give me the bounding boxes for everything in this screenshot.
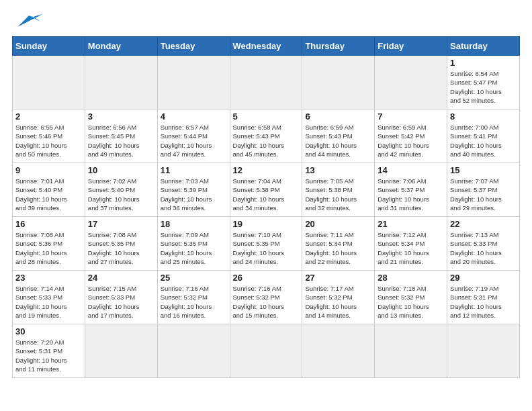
calendar-day: 12Sunrise: 7:04 AM Sunset: 5:38 PM Dayli…	[230, 163, 302, 217]
day-info: Sunrise: 7:16 AM Sunset: 5:32 PM Dayligh…	[161, 284, 227, 320]
calendar-day: 5Sunrise: 6:58 AM Sunset: 5:43 PM Daylig…	[230, 109, 302, 163]
day-number: 13	[305, 165, 371, 175]
calendar-row: 30Sunrise: 7:20 AM Sunset: 5:31 PM Dayli…	[13, 324, 520, 378]
logo-bird-icon	[12, 11, 46, 30]
calendar-day: 27Sunrise: 7:17 AM Sunset: 5:32 PM Dayli…	[302, 271, 375, 324]
day-info: Sunrise: 7:20 AM Sunset: 5:31 PM Dayligh…	[15, 338, 82, 373]
day-info: Sunrise: 6:56 AM Sunset: 5:45 PM Dayligh…	[88, 123, 154, 158]
day-number: 28	[378, 273, 444, 283]
calendar-day	[302, 56, 375, 109]
day-info: Sunrise: 7:08 AM Sunset: 5:35 PM Dayligh…	[88, 230, 154, 266]
calendar-day	[85, 56, 157, 109]
calendar-day: 14Sunrise: 7:06 AM Sunset: 5:37 PM Dayli…	[375, 163, 447, 217]
weekday-monday: Monday	[85, 37, 157, 56]
day-number: 2	[15, 111, 82, 122]
day-info: Sunrise: 7:01 AM Sunset: 5:40 PM Dayligh…	[15, 177, 82, 212]
calendar-day	[447, 324, 520, 378]
day-info: Sunrise: 6:54 AM Sunset: 5:47 PM Dayligh…	[450, 69, 517, 105]
day-info: Sunrise: 7:00 AM Sunset: 5:41 PM Dayligh…	[450, 123, 517, 158]
calendar-day	[230, 56, 302, 109]
day-info: Sunrise: 6:59 AM Sunset: 5:42 PM Dayligh…	[378, 123, 444, 158]
logo	[12, 12, 46, 30]
day-number: 10	[88, 165, 154, 175]
day-number: 3	[88, 111, 154, 122]
day-number: 30	[15, 326, 82, 336]
calendar-day: 18Sunrise: 7:09 AM Sunset: 5:35 PM Dayli…	[157, 217, 230, 271]
day-info: Sunrise: 7:16 AM Sunset: 5:32 PM Dayligh…	[233, 284, 300, 320]
day-number: 22	[450, 219, 517, 229]
day-number: 19	[233, 219, 300, 229]
page: SundayMondayTuesdayWednesdayThursdayFrid…	[0, 0, 532, 385]
calendar-day: 30Sunrise: 7:20 AM Sunset: 5:31 PM Dayli…	[13, 324, 85, 378]
day-info: Sunrise: 7:03 AM Sunset: 5:39 PM Dayligh…	[161, 177, 227, 212]
calendar-day: 17Sunrise: 7:08 AM Sunset: 5:35 PM Dayli…	[85, 217, 157, 271]
day-info: Sunrise: 6:58 AM Sunset: 5:43 PM Dayligh…	[233, 123, 300, 158]
weekday-header-row: SundayMondayTuesdayWednesdayThursdayFrid…	[13, 37, 520, 56]
calendar-day	[85, 324, 157, 378]
day-info: Sunrise: 7:10 AM Sunset: 5:35 PM Dayligh…	[233, 230, 300, 266]
weekday-friday: Friday	[375, 37, 447, 56]
calendar-day: 10Sunrise: 7:02 AM Sunset: 5:40 PM Dayli…	[85, 163, 157, 217]
day-number: 18	[161, 219, 227, 229]
calendar-day	[157, 56, 230, 109]
day-info: Sunrise: 7:19 AM Sunset: 5:31 PM Dayligh…	[450, 284, 517, 320]
day-info: Sunrise: 7:17 AM Sunset: 5:32 PM Dayligh…	[305, 284, 371, 320]
calendar-row: 16Sunrise: 7:08 AM Sunset: 5:36 PM Dayli…	[13, 217, 520, 271]
day-number: 16	[15, 219, 82, 229]
weekday-wednesday: Wednesday	[230, 37, 302, 56]
day-number: 17	[88, 219, 154, 229]
day-number: 20	[305, 219, 371, 229]
calendar-day: 2Sunrise: 6:55 AM Sunset: 5:46 PM Daylig…	[13, 109, 85, 163]
day-info: Sunrise: 7:11 AM Sunset: 5:34 PM Dayligh…	[305, 230, 371, 266]
calendar-day: 26Sunrise: 7:16 AM Sunset: 5:32 PM Dayli…	[230, 271, 302, 324]
calendar-day: 20Sunrise: 7:11 AM Sunset: 5:34 PM Dayli…	[302, 217, 375, 271]
calendar-day: 7Sunrise: 6:59 AM Sunset: 5:42 PM Daylig…	[375, 109, 447, 163]
day-info: Sunrise: 6:59 AM Sunset: 5:43 PM Dayligh…	[305, 123, 371, 158]
calendar-day: 1Sunrise: 6:54 AM Sunset: 5:47 PM Daylig…	[447, 56, 520, 109]
day-number: 5	[233, 111, 300, 122]
day-info: Sunrise: 7:09 AM Sunset: 5:35 PM Dayligh…	[161, 230, 227, 266]
weekday-saturday: Saturday	[447, 37, 520, 56]
calendar-day	[230, 324, 302, 378]
weekday-sunday: Sunday	[13, 37, 85, 56]
day-number: 23	[15, 273, 82, 283]
day-info: Sunrise: 6:55 AM Sunset: 5:46 PM Dayligh…	[15, 123, 82, 158]
day-info: Sunrise: 7:14 AM Sunset: 5:33 PM Dayligh…	[15, 284, 82, 320]
calendar-day: 16Sunrise: 7:08 AM Sunset: 5:36 PM Dayli…	[13, 217, 85, 271]
calendar-day	[13, 56, 85, 109]
calendar-day: 4Sunrise: 6:57 AM Sunset: 5:44 PM Daylig…	[157, 109, 230, 163]
day-number: 27	[305, 273, 371, 283]
calendar-day: 22Sunrise: 7:13 AM Sunset: 5:33 PM Dayli…	[447, 217, 520, 271]
day-info: Sunrise: 7:15 AM Sunset: 5:33 PM Dayligh…	[88, 284, 154, 320]
day-info: Sunrise: 7:13 AM Sunset: 5:33 PM Dayligh…	[450, 230, 517, 266]
calendar-day: 25Sunrise: 7:16 AM Sunset: 5:32 PM Dayli…	[157, 271, 230, 324]
calendar-day: 3Sunrise: 6:56 AM Sunset: 5:45 PM Daylig…	[85, 109, 157, 163]
calendar-day	[157, 324, 230, 378]
day-number: 6	[305, 111, 371, 122]
day-number: 14	[378, 165, 444, 175]
day-number: 1	[450, 58, 517, 68]
calendar-row: 23Sunrise: 7:14 AM Sunset: 5:33 PM Dayli…	[13, 271, 520, 324]
calendar-day: 23Sunrise: 7:14 AM Sunset: 5:33 PM Dayli…	[13, 271, 85, 324]
svg-marker-0	[17, 14, 43, 27]
header	[12, 12, 520, 30]
weekday-thursday: Thursday	[302, 37, 375, 56]
day-number: 15	[450, 165, 517, 175]
day-number: 7	[378, 111, 444, 122]
day-info: Sunrise: 7:12 AM Sunset: 5:34 PM Dayligh…	[378, 230, 444, 266]
calendar-day: 13Sunrise: 7:05 AM Sunset: 5:38 PM Dayli…	[302, 163, 375, 217]
calendar-day	[375, 324, 447, 378]
weekday-tuesday: Tuesday	[157, 37, 230, 56]
calendar-day: 11Sunrise: 7:03 AM Sunset: 5:39 PM Dayli…	[157, 163, 230, 217]
day-number: 25	[161, 273, 227, 283]
day-info: Sunrise: 7:18 AM Sunset: 5:32 PM Dayligh…	[378, 284, 444, 320]
day-number: 24	[88, 273, 154, 283]
calendar-row: 9Sunrise: 7:01 AM Sunset: 5:40 PM Daylig…	[13, 163, 520, 217]
day-info: Sunrise: 6:57 AM Sunset: 5:44 PM Dayligh…	[161, 123, 227, 158]
day-number: 29	[450, 273, 517, 283]
day-number: 8	[450, 111, 517, 122]
calendar-row: 2Sunrise: 6:55 AM Sunset: 5:46 PM Daylig…	[13, 109, 520, 163]
calendar: SundayMondayTuesdayWednesdayThursdayFrid…	[12, 36, 520, 378]
calendar-day: 21Sunrise: 7:12 AM Sunset: 5:34 PM Dayli…	[375, 217, 447, 271]
day-info: Sunrise: 7:04 AM Sunset: 5:38 PM Dayligh…	[233, 177, 300, 212]
